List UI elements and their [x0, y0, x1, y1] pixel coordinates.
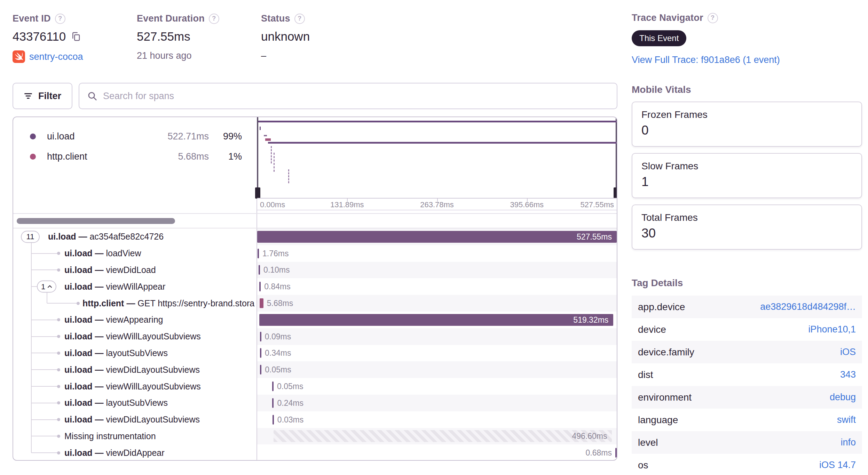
help-icon[interactable]: ? [294, 14, 305, 24]
span-bar-cell[interactable]: 0.84ms [257, 278, 617, 295]
minimap-right-handle[interactable] [614, 187, 617, 199]
span-bar-cell[interactable]: 0.05ms [257, 378, 617, 395]
span-duration-bar[interactable] [260, 332, 261, 341]
span-children-pill[interactable]: 11 [21, 231, 40, 243]
op-color-dot [30, 134, 36, 139]
span-tree-cell[interactable]: Missing instrumentation [13, 428, 257, 445]
span-tree-cell[interactable]: ui.load — viewDidAppear [13, 444, 257, 461]
span-detail-page: Event ID ? 43376110 sentry-cocoa Event D… [0, 0, 868, 475]
span-duration-bar[interactable] [260, 365, 261, 375]
span-tree-cell[interactable]: 1ui.load — viewWillAppear [13, 278, 257, 295]
span-row[interactable]: ui.load — viewWillLayoutSubviews0.05ms [13, 378, 617, 395]
span-duration-bar[interactable] [259, 282, 261, 291]
span-duration-bar[interactable] [257, 231, 617, 243]
tree-connector [31, 269, 58, 270]
span-duration-bar[interactable] [259, 265, 260, 275]
span-row[interactable]: ui.load — viewWillLayoutSubviews0.09ms [13, 328, 617, 345]
span-duration-bar[interactable] [272, 381, 274, 391]
axis-tick-label: 0.00ms [260, 200, 285, 209]
event-id-label: Event ID [13, 13, 51, 24]
missing-instrumentation-bar[interactable] [274, 430, 612, 442]
span-tree-cell[interactable]: 11ui.load — ac354af5e82c4726 [13, 228, 257, 245]
filter-button[interactable]: Filter [13, 83, 72, 109]
span-duration-bar[interactable] [615, 448, 617, 458]
span-tree-cell[interactable]: ui.load — viewDidLayoutSubviews [13, 411, 257, 428]
tag-row-device.family: device.family iOS [632, 341, 862, 363]
search-input[interactable] [103, 91, 609, 102]
project-link[interactable]: sentry-cocoa [29, 51, 83, 62]
span-tree-cell[interactable]: ui.load — viewDidLoad [13, 262, 257, 279]
copy-icon[interactable] [71, 31, 81, 42]
view-full-trace-link[interactable]: View Full Trace: f901a8e6 (1 event) [632, 55, 862, 65]
tag-key: dist [638, 369, 653, 380]
tree-node-dot [57, 418, 60, 421]
span-bar-cell[interactable]: 0.24ms [257, 395, 617, 411]
span-tree-cell[interactable]: ui.load — layoutSubViews [13, 395, 257, 411]
span-bar-cell[interactable]: 0.10ms [257, 262, 617, 279]
help-icon[interactable]: ? [209, 14, 219, 24]
span-bar-cell[interactable]: 0.05ms [257, 361, 617, 378]
span-tree-cell[interactable]: ui.load — viewWillLayoutSubviews [13, 378, 257, 395]
span-row[interactable]: ui.load — loadView1.76ms [13, 245, 617, 262]
span-row[interactable]: ui.load — viewDidLoad0.10ms [13, 262, 617, 279]
tag-value-link[interactable]: debug [830, 392, 856, 403]
span-duration-bar[interactable] [260, 348, 261, 358]
span-tree-cell[interactable]: http.client — GET https://sentry-brand.s… [13, 295, 257, 312]
tag-value-link[interactable]: info [841, 437, 856, 448]
span-bar-cell[interactable]: 519.32ms [257, 312, 617, 328]
tree-connector [31, 419, 58, 420]
tag-key: device.family [638, 347, 694, 358]
tag-value-link[interactable]: 343 [840, 369, 856, 380]
tree-connector [31, 369, 58, 370]
span-tree-cell[interactable]: ui.load — loadView [13, 245, 257, 262]
span-bar-cell[interactable]: 0.68ms [257, 444, 617, 461]
span-row[interactable]: 1ui.load — viewWillAppear0.84ms [13, 278, 617, 295]
span-row[interactable]: ui.load — viewDidLayoutSubviews0.05ms [13, 361, 617, 378]
tag-value-link[interactable]: iOS 14.7 [819, 460, 856, 470]
span-row[interactable]: 11ui.load — ac354af5e82c4726527.55ms [13, 228, 617, 245]
span-bar-cell[interactable]: 0.03ms [257, 411, 617, 428]
minimap-span-mark [271, 146, 272, 163]
span-children-pill[interactable]: 1 [37, 281, 56, 293]
minimap-left-handle[interactable] [255, 187, 260, 199]
span-row[interactable]: ui.load — viewAppearing519.32ms [13, 312, 617, 328]
span-bar-cell[interactable]: 1.76ms [257, 245, 617, 262]
span-duration-bar[interactable] [272, 398, 274, 408]
span-bar-cell[interactable]: 0.34ms [257, 345, 617, 362]
span-tree-cell[interactable]: ui.load — viewAppearing [13, 312, 257, 328]
tag-value-link[interactable]: ae3829618d484298f… [760, 301, 856, 312]
span-row[interactable]: http.client — GET https://sentry-brand.s… [13, 295, 617, 312]
span-duration-bar[interactable] [260, 298, 263, 308]
tag-value-link[interactable]: iPhone10,1 [808, 324, 856, 335]
trace-minimap[interactable] [257, 117, 617, 198]
help-icon[interactable]: ? [55, 14, 65, 24]
span-description: ui.load — layoutSubViews [64, 348, 168, 358]
span-bar-cell[interactable]: 496.60ms [257, 428, 617, 445]
status-sub: – [261, 50, 266, 61]
span-row[interactable]: ui.load — viewDidLayoutSubviews0.03ms [13, 411, 617, 428]
span-tree-cell[interactable]: ui.load — viewWillLayoutSubviews [13, 328, 257, 345]
span-row[interactable]: Missing instrumentation496.60ms [13, 428, 617, 445]
span-duration-label: 0.10ms [263, 265, 290, 275]
tree-node-dot [57, 385, 60, 388]
span-bar-cell[interactable]: 527.55ms [257, 228, 617, 245]
horizontal-scrollbar-thumb[interactable] [17, 218, 175, 224]
tree-node-dot [57, 352, 60, 355]
span-row[interactable]: ui.load — layoutSubViews0.34ms [13, 345, 617, 362]
tag-value-link[interactable]: swift [837, 414, 856, 425]
span-tree-cell[interactable]: ui.load — layoutSubViews [13, 345, 257, 362]
help-icon[interactable]: ? [708, 13, 718, 23]
span-row[interactable]: ui.load — viewDidAppear0.68ms [13, 444, 617, 461]
tree-trunk-line [31, 243, 32, 453]
span-duration-bar[interactable] [259, 314, 613, 326]
span-bar-cell[interactable]: 5.68ms [257, 295, 617, 312]
op-duration: 5.68ms [139, 151, 209, 162]
span-tree-cell[interactable]: ui.load — viewDidLayoutSubviews [13, 361, 257, 378]
span-bar-cell[interactable]: 0.09ms [257, 328, 617, 345]
tag-value-link[interactable]: iOS [840, 347, 856, 357]
span-duration-bar[interactable] [273, 415, 274, 425]
span-row[interactable]: ui.load — layoutSubViews0.24ms [13, 395, 617, 411]
span-duration-bar[interactable] [258, 249, 259, 258]
op-name: http.client [47, 151, 139, 162]
vital-card-total-frames: Total Frames 30 [632, 204, 862, 250]
